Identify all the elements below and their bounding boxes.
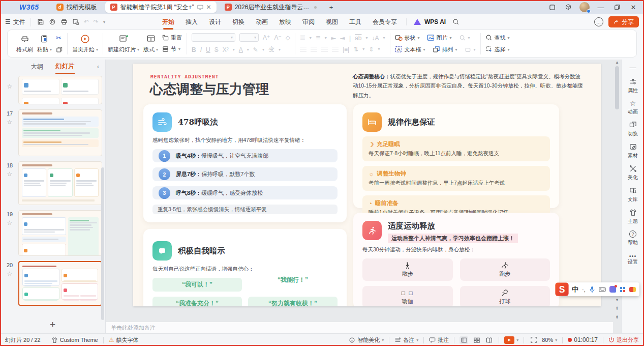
star-icon[interactable]: ☆ xyxy=(7,219,13,226)
tab-review[interactable]: 审阅 xyxy=(302,15,315,29)
select-button[interactable]: 选择▾ xyxy=(485,46,510,53)
notes-bar[interactable]: 单击此处添加备注 xyxy=(106,322,613,333)
document-tab-inactive[interactable]: P 2026届毕业生就业指导云服务.ppt xyxy=(220,2,322,13)
slide-thumbnail[interactable] xyxy=(18,76,102,104)
zoom-level[interactable]: 80%▾ xyxy=(542,337,557,343)
slide-editor[interactable]: MENTALITY ADJUSTMENT 心态调整与压力管理 心态调整核心：状态… xyxy=(133,64,601,306)
fit-window-icon[interactable] xyxy=(529,336,538,344)
missing-fonts-warning[interactable]: ⚠ 缺失字体 xyxy=(109,336,139,344)
rail-item-settings[interactable]: ••• 设置 xyxy=(628,255,638,266)
history-chevron-icon[interactable]: ▾ xyxy=(103,20,105,24)
play-from-current-button[interactable]: 当页开始▾ xyxy=(72,34,98,53)
redo-icon[interactable]: ↷ xyxy=(94,18,99,25)
play-slideshow-button[interactable]: ▶ xyxy=(504,336,514,344)
rail-item-animation[interactable]: ☆ 动画 xyxy=(628,100,638,116)
share-button[interactable]: 分享 xyxy=(608,16,639,27)
minimize-button[interactable]: — xyxy=(594,1,607,13)
breathing-card[interactable]: 478呼吸法 感到焦虑紧张时，找个安静的地方，用478呼吸法快速平复情绪： 1 … xyxy=(143,104,347,222)
ime-punctuation[interactable]: ·, xyxy=(582,286,586,293)
tab-animation[interactable]: 动画 xyxy=(256,15,268,29)
print-preview-icon[interactable] xyxy=(72,18,79,25)
selftalk-card[interactable]: 积极自我暗示 每天对自己说这些正向话语，增强自信心： “我可以！” “我能行！”… xyxy=(143,229,347,306)
ime-mode-chinese[interactable]: 中 xyxy=(572,285,578,294)
star-icon[interactable]: ☆ xyxy=(7,170,13,178)
save-icon[interactable] xyxy=(37,18,44,25)
tab-transition[interactable]: 切换 xyxy=(232,15,244,29)
rail-item-library[interactable]: 文库 xyxy=(628,187,638,203)
layout-button[interactable]: 版式▾ xyxy=(143,34,158,53)
tab-home[interactable]: 开始 xyxy=(162,15,174,29)
slide-title[interactable]: 心态调整与压力管理 xyxy=(150,80,269,98)
scroll-down-icon[interactable]: ▾ xyxy=(616,297,619,302)
routine-card[interactable]: 规律作息保证 ☽充足睡眠 每天保证7-8小时睡眠，晚上11点前入睡，避免熬夜透支… xyxy=(353,104,559,208)
normal-view-icon[interactable] xyxy=(459,336,468,344)
wps-ai-label[interactable]: WPS AI xyxy=(424,18,446,25)
rail-item-theme[interactable]: 主题 xyxy=(628,209,638,225)
user-avatar[interactable] xyxy=(578,1,591,13)
slide-thumbnail[interactable] xyxy=(18,109,102,156)
star-icon[interactable]: ☆ xyxy=(7,119,13,126)
previous-slide-icon[interactable]: ⇞ xyxy=(615,306,619,311)
rail-item-transition[interactable]: 切换 xyxy=(628,121,638,137)
picture-button[interactable]: 图片▾ xyxy=(427,34,452,42)
section-button[interactable]: 节▾ xyxy=(162,45,180,53)
document-tab-active[interactable]: P 智能制造学院第1周 “安全+” ✕ xyxy=(105,2,217,13)
tab-tools[interactable]: 工具 xyxy=(349,15,361,29)
smart-beautify-button[interactable]: 智能美化▾ xyxy=(349,336,384,344)
collapse-rail-icon[interactable]: — xyxy=(630,64,636,71)
reading-view-icon[interactable] xyxy=(485,336,494,344)
ime-mic-icon[interactable] xyxy=(589,286,595,293)
rail-item-properties[interactable]: 属性 xyxy=(628,78,638,94)
skin-cube-icon[interactable] xyxy=(562,1,575,13)
sogou-logo-icon[interactable]: S xyxy=(555,282,568,296)
new-slide-button[interactable]: 新建幻灯片▾ xyxy=(108,34,139,53)
tab-member[interactable]: 会员专享 xyxy=(373,15,397,29)
docer-template-tab[interactable]: d 找稻壳模板 xyxy=(51,2,102,13)
ime-toolbar[interactable]: S 中 ·, xyxy=(559,282,639,296)
notes-button[interactable]: 备注▾ xyxy=(394,336,418,344)
play-options-chevron[interactable]: ▾ xyxy=(516,338,518,342)
restore-button[interactable] xyxy=(610,1,624,13)
slide-thumbnail-current[interactable] xyxy=(18,261,102,306)
paste-button[interactable]: 粘贴▾ xyxy=(37,34,52,53)
search-icon[interactable] xyxy=(452,18,459,25)
arrange-button[interactable]: 排列▾ xyxy=(433,46,457,53)
print-icon[interactable] xyxy=(60,18,68,25)
slide-sorter-icon[interactable] xyxy=(472,336,481,344)
star-icon[interactable]: ☆ xyxy=(7,270,13,277)
scrollbar-thumb[interactable] xyxy=(615,66,619,109)
scroll-up-icon[interactable]: ▴ xyxy=(616,60,619,65)
tab-insert[interactable]: 插入 xyxy=(186,15,198,29)
ime-toolbox-icon[interactable] xyxy=(620,286,626,293)
theme-button[interactable]: Custom Theme xyxy=(51,337,98,343)
copy-icon[interactable] xyxy=(56,46,63,53)
thumbnail-scrollbar[interactable] xyxy=(101,167,104,320)
workspace-icon[interactable] xyxy=(545,1,559,13)
tab-outline[interactable]: 大纲 xyxy=(30,61,43,73)
tab-view[interactable]: 视图 xyxy=(326,15,338,29)
star-icon[interactable]: ☆ xyxy=(7,83,13,90)
tab-design[interactable]: 设计 xyxy=(209,15,221,29)
export-pdf-icon[interactable] xyxy=(49,18,56,25)
cloud-sync-icon[interactable]: … xyxy=(594,17,603,26)
close-tab-icon[interactable]: ✕ xyxy=(206,4,211,11)
slide-thumbnail[interactable] xyxy=(18,210,102,256)
tab-slideshow[interactable]: 放映 xyxy=(279,15,291,29)
exercise-card[interactable]: 适度运动释放 运动后整个人神清气爽，学习效率也会蹭蹭上涨！ 每天30分钟运动，分… xyxy=(353,213,559,306)
rail-item-material[interactable]: 素材 xyxy=(628,143,638,159)
format-painter-button[interactable]: 格式刷 xyxy=(16,34,33,53)
tab-slides[interactable]: 幻灯片 xyxy=(55,60,75,74)
comment-button[interactable]: 批注 xyxy=(429,336,449,344)
collapse-panel-icon[interactable]: ‹ xyxy=(97,63,99,70)
slide-intro[interactable]: 心态调整核心：状态优先于进度，规律作息与情绪稳定比“熬夜赶进度”更具实际意义。模… xyxy=(353,72,584,100)
exit-share-button[interactable]: 退出分享 xyxy=(608,336,639,344)
next-slide-icon[interactable]: ⇟ xyxy=(615,314,619,320)
shapes-button[interactable]: 形状▾ xyxy=(395,34,420,42)
reset-button[interactable]: 重置 xyxy=(162,34,182,42)
ime-keyboard-icon[interactable] xyxy=(599,287,606,292)
file-menu[interactable]: ☰ 文件 xyxy=(5,18,31,26)
textbox-button[interactable]: A 文本框▾ xyxy=(395,46,425,53)
ime-skin-icon[interactable] xyxy=(609,286,616,293)
close-window-button[interactable]: ✕ xyxy=(627,1,640,13)
add-slide-button[interactable]: + xyxy=(0,318,105,331)
